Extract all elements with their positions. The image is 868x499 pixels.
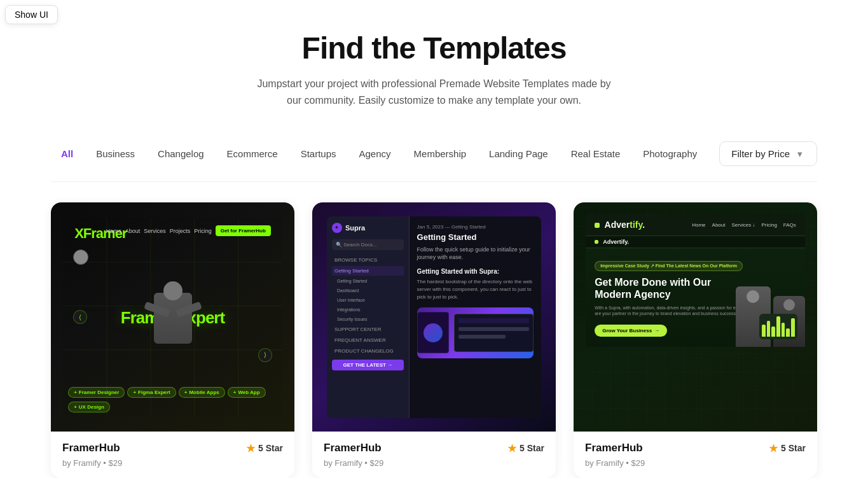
card-title-xframer: FramerHub (62, 442, 120, 454)
xframer-nav: Home About Services Projects Pricing Get… (106, 225, 271, 236)
advertify-badge: Impressive Case Study ↗ Find The Latest … (595, 261, 743, 271)
tab-ecommerce[interactable]: Ecommerce (217, 143, 288, 164)
filter-bar: All Business Changelog Ecommerce Startup… (51, 131, 817, 182)
card-footer-supra: FramerHub ★ 5 Star by Framify • $29 (312, 432, 556, 478)
card-footer-xframer: FramerHub ★ 5 Star by Framify • $29 (51, 432, 294, 478)
filter-price-button[interactable]: Filter by Price ▾ (719, 141, 817, 166)
supra-main-content: Jan 5, 2023 — Getting Started Getting St… (410, 216, 541, 418)
hero-section: Find the Templates Jumpstart your projec… (51, 0, 817, 131)
tab-landing-page[interactable]: Landing Page (479, 143, 558, 164)
card-image-supra: ✦ Supra 🔍 Search Docs... BROWSE TOPICS G… (312, 202, 556, 432)
card-meta-supra: by Framify • $29 (324, 458, 544, 468)
star-icon-3: ★ (769, 442, 778, 454)
rating-label-xframer: 5 Star (258, 443, 283, 453)
advertify-cta: Grow Your Business (595, 325, 667, 337)
advertify-chart (759, 314, 797, 339)
page-title: Find the Templates (51, 31, 817, 66)
cards-grid: XFramer Home About Services Projects Pri… (51, 202, 817, 478)
card-image-xframer: XFramer Home About Services Projects Pri… (51, 202, 294, 432)
star-icon-2: ★ (507, 442, 516, 454)
card-title-advertify: FramerHub (585, 442, 643, 454)
card-meta-xframer: by Framify • $29 (62, 458, 283, 468)
advertify-logo: Advertify. (605, 220, 645, 230)
rating-label-supra: 5 Star (520, 443, 544, 453)
card-title-supra: FramerHub (324, 442, 382, 454)
rating-label-advertify: 5 Star (781, 443, 806, 453)
tab-all[interactable]: All (51, 143, 83, 164)
tab-changelog[interactable]: Changelog (148, 143, 214, 164)
advertify-nav: Advertify. Home About Services ↓ Pricing… (586, 214, 805, 236)
show-ui-button[interactable]: Show UI (5, 5, 58, 24)
card-xframer[interactable]: XFramer Home About Services Projects Pri… (51, 202, 294, 478)
card-supra[interactable]: ✦ Supra 🔍 Search Docs... BROWSE TOPICS G… (312, 202, 556, 478)
card-rating-supra: ★ 5 Star (507, 442, 544, 454)
tab-agency[interactable]: Agency (349, 143, 401, 164)
card-footer-advertify: FramerHub ★ 5 Star by Framify • $29 (574, 432, 817, 478)
supra-logo-text: Supra (345, 224, 365, 232)
advertify-hero: Impressive Case Study ↗ Find The Latest … (586, 248, 805, 347)
supra-logo-icon: ✦ (332, 223, 342, 233)
tab-photography[interactable]: Photography (633, 143, 707, 164)
tab-membership[interactable]: Membership (404, 143, 477, 164)
card-rating-advertify: ★ 5 Star (769, 442, 806, 454)
star-icon: ★ (246, 442, 255, 454)
xframer-tags: Framer Designer Figma Expert Mobile Apps… (68, 387, 277, 412)
card-image-advertify: Advertify. Home About Services ↓ Pricing… (574, 202, 817, 432)
filter-tabs: All Business Changelog Ecommerce Startup… (51, 143, 707, 164)
card-advertify[interactable]: Advertify. Home About Services ↓ Pricing… (574, 202, 817, 478)
supra-device (417, 307, 534, 358)
tab-real-estate[interactable]: Real Estate (561, 143, 631, 164)
card-meta-advertify: by Framify • $29 (585, 458, 806, 468)
chevron-down-icon: ▾ (795, 149, 805, 159)
card-rating-xframer: ★ 5 Star (246, 442, 283, 454)
filter-price-label: Filter by Price (731, 148, 790, 159)
page-subtitle: Jumpstart your project with professional… (256, 76, 612, 108)
supra-sidebar: ✦ Supra 🔍 Search Docs... BROWSE TOPICS G… (327, 216, 410, 418)
tab-business[interactable]: Business (86, 143, 145, 164)
tab-startups[interactable]: Startups (291, 143, 347, 164)
